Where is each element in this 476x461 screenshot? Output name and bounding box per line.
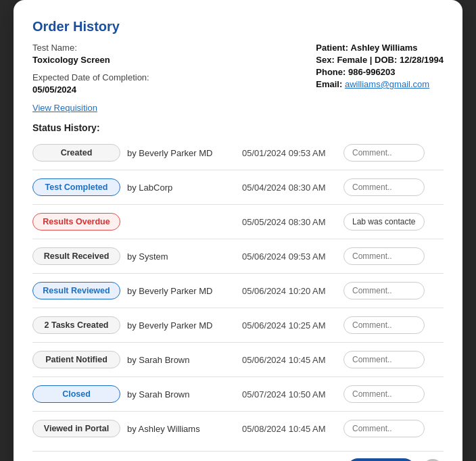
date-text: 05/06/2024 10:45 AM	[242, 355, 337, 365]
order-history-modal: Order History Test Name: Toxicology Scre…	[14, 0, 462, 461]
by-text: by Sarah Brown	[127, 389, 235, 399]
sex-value: Female	[337, 55, 367, 65]
status-badge: Closed	[32, 385, 120, 403]
info-grid: Test Name: Toxicology Screen Expected Da…	[32, 43, 444, 95]
date-text: 05/06/2024 09:53 AM	[242, 251, 337, 262]
status-history-label: Status History:	[32, 122, 444, 133]
modal-footer: SUBMIT ✕	[32, 451, 444, 461]
patient-info: Patient: Ashley Williams Sex: Female | D…	[316, 43, 444, 95]
dob-label: DOB:	[375, 55, 397, 65]
history-row: Result Receivedby System05/06/2024 09:53…	[32, 243, 444, 269]
patient-email-row: Email: awilliams@gmail.com	[316, 79, 444, 89]
patient-name-value: Ashley Williams	[351, 43, 418, 53]
history-row: 2 Tasks Createdby Beverly Parker MD05/06…	[32, 312, 444, 338]
close-button[interactable]: ✕	[422, 459, 444, 462]
by-text: by Beverly Parker MD	[127, 148, 235, 158]
history-list: Createdby Beverly Parker MD05/01/2024 09…	[32, 140, 444, 441]
patient-name-row: Patient: Ashley Williams	[316, 43, 444, 53]
comment-input[interactable]	[343, 282, 425, 299]
patient-name-label: Patient:	[316, 43, 348, 53]
email-link[interactable]: awilliams@gmail.com	[345, 79, 429, 89]
comment-input[interactable]	[343, 213, 425, 230]
date-text: 05/07/2024 10:50 AM	[242, 389, 337, 399]
patient-phone-row: Phone: 986-996203	[316, 67, 444, 77]
date-text: 05/05/2024 08:30 AM	[242, 217, 337, 227]
date-text: 05/06/2024 10:20 AM	[242, 286, 337, 296]
history-row: Result Reviewedby Beverly Parker MD05/06…	[32, 278, 444, 304]
comment-input[interactable]	[343, 144, 425, 162]
date-text: 05/04/2024 08:30 AM	[242, 183, 337, 193]
modal-title: Order History	[32, 19, 444, 34]
submit-button[interactable]: SUBMIT	[347, 458, 415, 461]
status-badge: Results Overdue	[32, 213, 120, 230]
history-row: Createdby Beverly Parker MD05/01/2024 09…	[32, 140, 444, 166]
dob-separator: |	[370, 55, 375, 65]
status-badge: Viewed in Portal	[32, 420, 120, 437]
history-row: Test Completedby LabCorp05/04/2024 08:30…	[32, 174, 444, 200]
date-text: 05/01/2024 09:53 AM	[242, 148, 337, 158]
status-badge: 2 Tasks Created	[32, 316, 120, 334]
status-badge: Test Completed	[32, 178, 120, 196]
comment-input[interactable]	[343, 385, 425, 403]
sex-label: Sex:	[316, 55, 334, 65]
phone-value: 986-996203	[348, 67, 395, 77]
comment-input[interactable]	[343, 316, 425, 334]
status-badge: Created	[32, 144, 120, 162]
patient-sex-row: Sex: Female | DOB: 12/28/1994	[316, 55, 444, 65]
comment-input[interactable]	[343, 351, 425, 368]
history-row: Results Overdue05/05/2024 08:30 AM	[32, 209, 444, 235]
by-text: by Beverly Parker MD	[127, 286, 235, 296]
test-info: Test Name: Toxicology Screen Expected Da…	[32, 43, 149, 95]
email-label: Email:	[316, 79, 342, 89]
date-text: 05/06/2024 10:25 AM	[242, 320, 337, 331]
status-badge: Result Reviewed	[32, 282, 120, 299]
phone-label: Phone:	[316, 67, 346, 77]
date-text: 05/08/2024 10:45 AM	[242, 424, 337, 434]
history-row: Closedby Sarah Brown05/07/2024 10:50 AM	[32, 381, 444, 407]
comment-input[interactable]	[343, 247, 425, 265]
by-text: by Sarah Brown	[127, 355, 235, 365]
dob-value: 12/28/1994	[400, 55, 444, 65]
comment-input[interactable]	[343, 420, 425, 437]
completion-label: Expected Date of Completion:	[32, 72, 149, 82]
test-name-value: Toxicology Screen	[32, 55, 149, 65]
history-row: Viewed in Portalby Ashley Williams05/08/…	[32, 416, 444, 441]
by-text: by System	[127, 251, 235, 262]
by-text: by Beverly Parker MD	[127, 320, 235, 331]
status-badge: Patient Notified	[32, 351, 120, 368]
history-row: Patient Notifiedby Sarah Brown05/06/2024…	[32, 347, 444, 372]
comment-input[interactable]	[343, 178, 425, 196]
by-text: by LabCorp	[127, 183, 235, 193]
completion-value: 05/05/2024	[32, 84, 149, 95]
view-requisition-link[interactable]: View Requisition	[32, 103, 97, 113]
by-text: by Ashley Williams	[127, 424, 235, 434]
status-badge: Result Received	[32, 247, 120, 265]
test-name-label: Test Name:	[32, 43, 149, 53]
